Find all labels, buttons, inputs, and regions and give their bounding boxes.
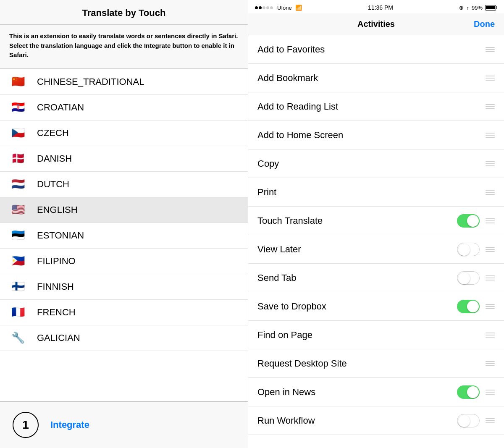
drag-handle-copy[interactable]	[486, 161, 495, 166]
activity-item-add-favorites[interactable]: Add to Favorites	[248, 35, 504, 64]
flag-czech: 🇨🇿	[8, 126, 28, 140]
carrier-name: Ufone	[277, 5, 292, 11]
signal-dots	[255, 6, 273, 9]
activity-right-view-later	[457, 243, 495, 256]
language-item-chinese-traditional[interactable]: 🇨🇳CHINESE_TRADITIONAL	[0, 69, 248, 95]
toggle-send-tab[interactable]	[457, 271, 480, 285]
toggle-touch-translate[interactable]	[457, 214, 480, 228]
drag-handle-add-home-screen[interactable]	[486, 133, 495, 138]
drag-handle-run-workflow[interactable]	[486, 418, 495, 423]
flag-danish: 🇩🇰	[8, 152, 28, 165]
drag-handle-request-desktop[interactable]	[486, 361, 495, 366]
flag-galician: 🔧	[8, 331, 28, 345]
activity-item-request-desktop[interactable]: Request Desktop Site	[248, 349, 504, 378]
activity-right-add-reading-list	[486, 104, 495, 109]
drag-handle-find-on-page[interactable]	[486, 333, 495, 338]
signal-dot-2	[259, 6, 262, 9]
activity-label-add-favorites: Add to Favorites	[257, 44, 325, 55]
step-circle: 1	[13, 412, 39, 438]
activity-item-find-on-page[interactable]: Find on Page	[248, 321, 504, 349]
activity-label-add-bookmark: Add Bookmark	[257, 73, 318, 84]
flag-english: 🇺🇸	[8, 203, 28, 217]
navigation-icon: ↑	[466, 5, 469, 11]
drag-handle-print[interactable]	[486, 190, 495, 195]
flag-filipino: 🇵🇭	[8, 254, 28, 268]
activity-right-run-workflow	[457, 414, 495, 427]
drag-handle-touch-translate[interactable]	[486, 218, 495, 223]
activity-right-save-dropbox	[457, 300, 495, 313]
drag-handle-send-tab[interactable]	[486, 275, 495, 280]
toggle-knob-send-tab	[458, 272, 470, 284]
activities-title: Activities	[357, 19, 395, 29]
language-item-finnish[interactable]: 🇫🇮FINNISH	[0, 274, 248, 300]
activity-item-run-workflow[interactable]: Run Workflow	[248, 406, 504, 435]
activity-label-copy: Copy	[257, 158, 279, 169]
signal-dot-5	[270, 6, 273, 9]
activity-right-open-news	[457, 385, 495, 399]
status-bar: Ufone 📶 11:36 PM ⊕ ↑ 99%	[248, 0, 504, 13]
wifi-icon: 📶	[295, 5, 302, 11]
toggle-knob-save-dropbox	[467, 301, 479, 312]
language-item-dutch[interactable]: 🇳🇱DUTCH	[0, 172, 248, 197]
status-time: 11:36 PM	[368, 4, 393, 11]
done-button[interactable]: Done	[474, 19, 495, 29]
toggle-run-workflow[interactable]	[457, 414, 480, 427]
drag-handle-open-news[interactable]	[486, 390, 495, 395]
status-right: ⊕ ↑ 99%	[459, 5, 497, 11]
toggle-knob-open-news	[467, 386, 479, 398]
language-name-galician: GALICIAN	[37, 333, 80, 343]
drag-handle-add-favorites[interactable]	[486, 47, 495, 52]
drag-handle-view-later[interactable]	[486, 247, 495, 252]
language-item-czech[interactable]: 🇨🇿CZECH	[0, 121, 248, 146]
description-text: This is an extension to easily translate…	[9, 31, 239, 60]
activity-label-save-dropbox: Save to Dropbox	[257, 301, 326, 312]
activity-item-print[interactable]: Print	[248, 178, 504, 207]
language-name-english: ENGLISH	[37, 204, 78, 215]
activity-item-touch-translate[interactable]: Touch Translate	[248, 207, 504, 235]
right-panel: Ufone 📶 11:36 PM ⊕ ↑ 99% Activities Done…	[248, 0, 504, 448]
language-item-french[interactable]: 🇫🇷FRENCH	[0, 300, 248, 325]
drag-handle-add-reading-list[interactable]	[486, 104, 495, 109]
activity-item-send-tab[interactable]: Send Tab	[248, 264, 504, 292]
language-name-chinese-traditional: CHINESE_TRADITIONAL	[37, 76, 144, 87]
language-item-galician[interactable]: 🔧GALICIAN	[0, 325, 248, 351]
toggle-save-dropbox[interactable]	[457, 300, 480, 313]
activity-label-request-desktop: Request Desktop Site	[257, 358, 347, 369]
integrate-button[interactable]: Integrate	[50, 419, 89, 430]
activity-item-save-dropbox[interactable]: Save to Dropbox	[248, 292, 504, 321]
language-item-croatian[interactable]: 🇭🇷CROATIAN	[0, 95, 248, 121]
language-item-estonian[interactable]: 🇪🇪ESTONIAN	[0, 223, 248, 249]
toggle-open-news[interactable]	[457, 385, 480, 399]
activity-item-view-later[interactable]: View Later	[248, 235, 504, 264]
activity-label-add-reading-list: Add to Reading List	[257, 101, 338, 112]
toggle-view-later[interactable]	[457, 243, 480, 256]
activity-right-request-desktop	[486, 361, 495, 366]
toggle-knob-view-later	[458, 244, 470, 256]
drag-handle-add-bookmark[interactable]	[486, 76, 495, 81]
activity-item-add-reading-list[interactable]: Add to Reading List	[248, 92, 504, 121]
activity-right-add-home-screen	[486, 133, 495, 138]
activity-item-copy[interactable]: Copy	[248, 149, 504, 178]
language-name-french: FRENCH	[37, 307, 76, 318]
activity-right-print	[486, 190, 495, 195]
app-header: Translate by Touch	[0, 0, 248, 25]
toggle-knob-run-workflow	[458, 415, 470, 427]
activity-item-open-news[interactable]: Open in News	[248, 378, 504, 406]
activity-label-touch-translate: Touch Translate	[257, 215, 323, 226]
language-item-danish[interactable]: 🇩🇰DANISH	[0, 146, 248, 172]
activity-right-copy	[486, 161, 495, 166]
battery-percent: 99%	[472, 5, 483, 11]
activity-list: Add to FavoritesAdd BookmarkAdd to Readi…	[248, 35, 504, 448]
drag-handle-save-dropbox[interactable]	[486, 304, 495, 309]
activity-item-add-home-screen[interactable]: Add to Home Screen	[248, 121, 504, 149]
activity-right-find-on-page	[486, 333, 495, 338]
activity-label-add-home-screen: Add to Home Screen	[257, 130, 343, 141]
language-item-english[interactable]: 🇺🇸ENGLISH	[0, 197, 248, 223]
signal-dot-1	[255, 6, 258, 9]
flag-dutch: 🇳🇱	[8, 178, 28, 191]
activity-item-add-bookmark[interactable]: Add Bookmark	[248, 64, 504, 92]
language-name-danish: DANISH	[37, 153, 72, 164]
language-item-filipino[interactable]: 🇵🇭FILIPINO	[0, 249, 248, 274]
language-name-czech: CZECH	[37, 128, 69, 139]
language-name-finnish: FINNISH	[37, 281, 74, 292]
